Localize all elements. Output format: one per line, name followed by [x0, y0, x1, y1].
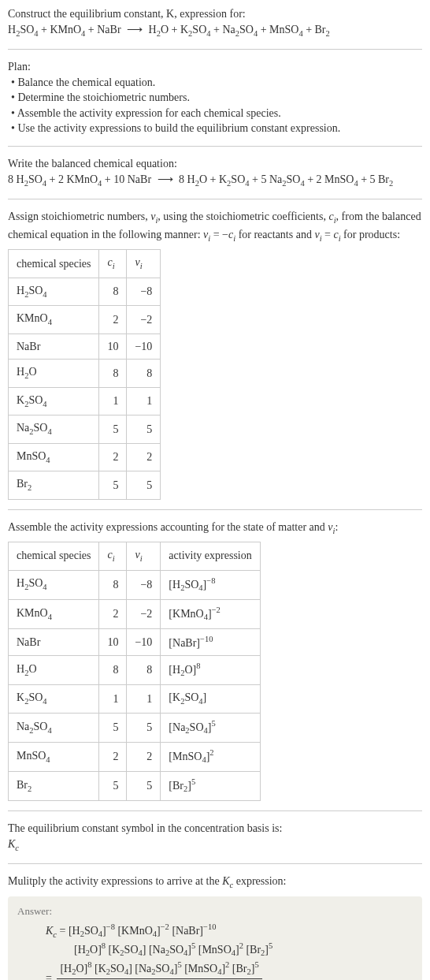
table-row: Br255[Br2]5	[9, 771, 261, 800]
cell-species: MnSO4	[9, 742, 99, 771]
cell-species: Br2	[9, 471, 99, 499]
table-row: KMnO42−2[KMnO4]−2	[9, 599, 261, 628]
cell-vi: 8	[127, 656, 161, 685]
answer-content: Kc = [H2SO4]−8 [KMnO4]−2 [NaBr]−10 [H2O]…	[46, 922, 413, 980]
cell-ci: 5	[99, 771, 127, 800]
cell-species: KMnO4	[9, 599, 99, 628]
cell-vi: 5	[127, 471, 161, 499]
plan-section: Plan: • Balance the chemical equation.• …	[8, 59, 422, 147]
plan-item: • Assemble the activity expression for e…	[11, 106, 422, 121]
answer-fraction: [H2O]8 [K2SO4] [Na2SO4]5 [MnSO4]2 [Br2]5…	[57, 960, 261, 980]
fraction-numerator: [H2O]8 [K2SO4] [Na2SO4]5 [MnSO4]2 [Br2]5	[57, 960, 261, 979]
col-species: chemical species	[9, 250, 99, 278]
answer-line2: [H2O]8 [K2SO4] [Na2SO4]5 [MnSO4]2 [Br2]5	[74, 941, 413, 960]
cell-species: Na2SO4	[9, 713, 99, 742]
cell-ci: 2	[99, 443, 127, 471]
cell-species: Na2SO4	[9, 415, 99, 443]
answer-box: Answer: Kc = [H2SO4]−8 [KMnO4]−2 [NaBr]−…	[8, 896, 422, 980]
plan-item: • Use the activity expressions to build …	[11, 121, 422, 136]
cell-species: NaBr	[9, 333, 99, 360]
table-row: H2SO48−8	[9, 278, 161, 305]
multiply-text: Mulitply the activity expressions to arr…	[8, 874, 422, 891]
symbol-kc: Kc	[8, 837, 422, 854]
cell-ci: 8	[99, 360, 127, 387]
cell-activity: [NaBr]−10	[161, 628, 260, 655]
cell-ci: 5	[99, 713, 127, 742]
cell-vi: −2	[127, 306, 161, 333]
intro-text: Construct the equilibrium constant, K, e…	[8, 8, 246, 20]
col-ci: ci	[99, 542, 127, 570]
cell-vi: 5	[127, 415, 161, 443]
balanced-equation: 8 H2SO4 + 2 KMnO4 + 10 NaBr ⟶ 8 H2O + K2…	[8, 172, 422, 189]
table-header-row: chemical species ci νi	[9, 250, 161, 278]
cell-species: H2O	[9, 360, 99, 387]
plan-item: • Determine the stoichiometric numbers.	[11, 90, 422, 106]
cell-species: NaBr	[9, 628, 99, 655]
cell-vi: 2	[127, 742, 161, 771]
table-row: Br255	[9, 471, 161, 499]
plan-heading: Plan:	[8, 59, 422, 75]
balanced-heading: Write the balanced chemical equation:	[8, 156, 422, 172]
cell-activity: [K2SO4]	[161, 685, 260, 713]
cell-ci: 10	[99, 333, 127, 360]
table-row: Na2SO455[Na2SO4]5	[9, 713, 261, 742]
cell-vi: 1	[127, 387, 161, 415]
table-row: H2O88	[9, 360, 161, 387]
col-ci: ci	[99, 250, 127, 278]
cell-ci: 8	[99, 570, 127, 599]
cell-species: K2SO4	[9, 387, 99, 415]
cell-ci: 1	[99, 387, 127, 415]
table-row: Na2SO455	[9, 415, 161, 443]
answer-label: Answer:	[17, 904, 413, 919]
table-row: NaBr10−10	[9, 333, 161, 360]
table-row: MnSO422[MnSO4]2	[9, 742, 261, 771]
cell-activity: [KMnO4]−2	[161, 599, 260, 628]
cell-activity: [MnSO4]2	[161, 742, 260, 771]
multiply-section: Mulitply the activity expressions to arr…	[8, 874, 422, 891]
unbalanced-equation: H2SO4 + KMnO4 + NaBr ⟶ H2O + K2SO4 + Na2…	[8, 22, 422, 39]
table-header-row: chemical species ci νi activity expressi…	[9, 542, 261, 570]
cell-ci: 10	[99, 628, 127, 655]
col-species: chemical species	[9, 542, 99, 570]
cell-vi: 2	[127, 443, 161, 471]
cell-vi: 8	[127, 360, 161, 387]
stoich-section: Assign stoichiometric numbers, νi, using…	[8, 209, 422, 509]
cell-species: H2SO4	[9, 570, 99, 599]
cell-species: MnSO4	[9, 443, 99, 471]
stoich-table: chemical species ci νi H2SO48−8KMnO42−2N…	[8, 249, 161, 499]
cell-activity: [H2SO4]−8	[161, 570, 260, 599]
cell-vi: 1	[127, 685, 161, 713]
stoich-text: Assign stoichiometric numbers, νi, using…	[8, 209, 422, 244]
cell-ci: 2	[99, 599, 127, 628]
cell-activity: [Br2]5	[161, 771, 260, 800]
cell-species: K2SO4	[9, 685, 99, 713]
activity-text: Assemble the activity expressions accoun…	[8, 520, 422, 537]
cell-species: H2SO4	[9, 278, 99, 305]
balanced-section: Write the balanced chemical equation: 8 …	[8, 156, 422, 199]
intro-heading: Construct the equilibrium constant, K, e…	[8, 6, 422, 22]
cell-activity: [H2O]8	[161, 656, 260, 685]
table-row: NaBr10−10[NaBr]−10	[9, 628, 261, 655]
cell-species: Br2	[9, 771, 99, 800]
table-row: KMnO42−2	[9, 306, 161, 333]
cell-vi: −8	[127, 570, 161, 599]
col-vi: νi	[127, 250, 161, 278]
cell-ci: 5	[99, 471, 127, 499]
plan-item: • Balance the chemical equation.	[11, 75, 422, 91]
table-row: K2SO411	[9, 387, 161, 415]
table-row: H2SO48−8[H2SO4]−8	[9, 570, 261, 599]
symbol-text: The equilibrium constant symbol in the c…	[8, 821, 422, 837]
symbol-section: The equilibrium constant symbol in the c…	[8, 821, 422, 864]
cell-ci: 2	[99, 306, 127, 333]
table-row: K2SO411[K2SO4]	[9, 685, 261, 713]
cell-vi: 5	[127, 713, 161, 742]
cell-vi: −8	[127, 278, 161, 305]
table-row: MnSO422	[9, 443, 161, 471]
cell-ci: 5	[99, 415, 127, 443]
answer-fraction-line: = [H2O]8 [K2SO4] [Na2SO4]5 [MnSO4]2 [Br2…	[46, 960, 413, 980]
cell-ci: 8	[99, 656, 127, 685]
cell-vi: 5	[127, 771, 161, 800]
plan-list: • Balance the chemical equation.• Determ…	[8, 75, 422, 136]
cell-ci: 2	[99, 742, 127, 771]
answer-line1: Kc = [H2SO4]−8 [KMnO4]−2 [NaBr]−10	[46, 922, 413, 941]
